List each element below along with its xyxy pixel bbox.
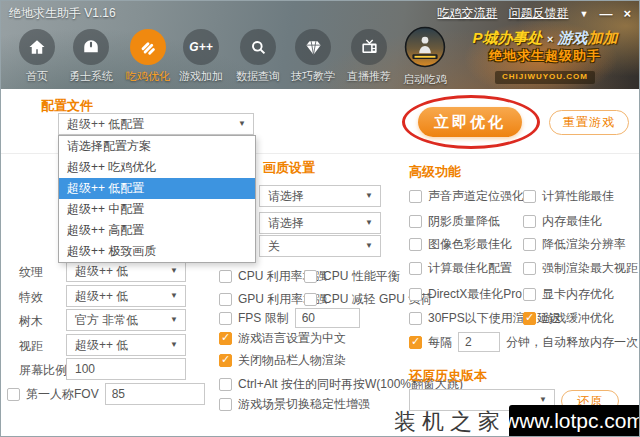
nav-item-warrior-system[interactable]: 勇士系统: [63, 29, 119, 84]
checkbox[interactable]: [409, 190, 422, 203]
checkbox[interactable]: [523, 215, 536, 228]
checkbox[interactable]: [409, 238, 422, 251]
main-content: 配置文件 超级++ 低配置 ▼ 画质设置 立即优化 重置游戏 纹理 超级++ 低…: [1, 89, 639, 436]
minimize-button[interactable]: —: [599, 6, 612, 21]
banner: 绝地求生助手 V1.16 吃鸡交流群 问题反馈群 ▼ — × 首页 勇士系统 吃…: [1, 1, 639, 89]
adv-shadow-quality-lower[interactable]: 阴影质量降低: [409, 213, 500, 230]
checkbox-label: 声音声道定位强化: [428, 188, 524, 205]
checkbox[interactable]: [219, 270, 232, 283]
nav-item-home[interactable]: 首页: [9, 29, 65, 84]
option-scene-switch-stability[interactable]: 游戏场景切换稳定性增强: [219, 396, 370, 413]
option-game-language-chinese[interactable]: 游戏语言设置为中文: [219, 330, 346, 347]
fov-input[interactable]: [105, 383, 205, 405]
reset-game-button[interactable]: 重置游戏: [549, 110, 629, 135]
chevron-down-icon: ▼: [365, 236, 373, 256]
nav-item-tips-teaching[interactable]: 技巧教学: [285, 29, 341, 84]
watermark-site-name: 装机之家: [394, 407, 506, 437]
middle-select-2[interactable]: 请选择 ▼: [259, 212, 381, 234]
adv-lower-render-resolution[interactable]: 降低渲染分辨率: [523, 236, 626, 253]
watermark-site-url: www.lotpc.com: [509, 405, 639, 436]
advanced-section-title: 高级功能: [409, 163, 461, 181]
fov-checkbox[interactable]: [7, 388, 20, 401]
dropdown-option[interactable]: 超级++ 中配置: [59, 199, 255, 220]
checkbox[interactable]: [409, 288, 422, 301]
checkbox[interactable]: [409, 262, 422, 275]
close-button[interactable]: ×: [623, 6, 631, 21]
middle-select-3-value: 关: [268, 239, 280, 253]
checkbox[interactable]: [219, 293, 232, 306]
adv-compute-performance[interactable]: 计算性能最佳: [523, 188, 614, 205]
option-cpu-performance-balance[interactable]: CPU 性能平衡: [304, 268, 400, 285]
adv-vram-optimize[interactable]: 显卡内存优化: [523, 286, 614, 303]
middle-select-3[interactable]: 关 ▼: [259, 235, 381, 257]
option-disable-inventory-render[interactable]: 关闭物品栏人物渲染: [219, 352, 346, 369]
tv-icon: [351, 29, 387, 65]
dropdown-option[interactable]: 请选择配置方案: [59, 136, 255, 157]
qq-group-link[interactable]: 吃鸡交流群: [437, 5, 497, 22]
fov-row[interactable]: 第一人称FOV: [7, 383, 205, 405]
checkbox-label: DirectX最佳化Pro: [428, 286, 522, 303]
checkbox[interactable]: [523, 238, 536, 251]
titlebar-caret-icon[interactable]: ▼: [579, 9, 588, 19]
checkbox[interactable]: [219, 354, 232, 367]
checkbox-label: 内存最佳化: [542, 213, 602, 230]
helmet-icon: [73, 29, 109, 65]
checkbox[interactable]: [219, 312, 232, 325]
checkbox[interactable]: [219, 332, 232, 345]
checkbox[interactable]: [304, 293, 317, 306]
adv-auto-free-memory[interactable]: 每隔 分钟，自动释放内存一次: [409, 332, 638, 352]
checkbox[interactable]: [523, 312, 536, 325]
option-fps-limit[interactable]: FPS 限制: [219, 308, 360, 328]
profile-select[interactable]: 超级++ 低配置 ▼: [58, 113, 254, 135]
app-window: 绝地求生助手 V1.16 吃鸡交流群 问题反馈群 ▼ — × 首页 勇士系统 吃…: [0, 0, 640, 437]
adv-directx-pro[interactable]: DirectX最佳化Pro: [409, 286, 522, 303]
dropdown-option[interactable]: 超级++ 低配置: [59, 178, 255, 199]
gpp-icon: G++: [183, 29, 219, 65]
checkbox[interactable]: [409, 336, 422, 349]
nav-label: 首页: [9, 69, 65, 84]
trees-select[interactable]: 官方 非常低 ▼: [66, 309, 186, 331]
fps-limit-input[interactable]: [295, 308, 360, 328]
checkbox-label: 强制渲染最大视距: [542, 260, 638, 277]
restore-section-title: 还原历史版本: [409, 367, 487, 385]
dropdown-option[interactable]: 超级++ 吃鸡优化: [59, 157, 255, 178]
adv-game-buffer-optimize[interactable]: 游戏缓冲优化: [523, 310, 614, 327]
adv-memory-optimize[interactable]: 内存最佳化: [523, 213, 602, 230]
adv-force-max-view-distance[interactable]: 强制渲染最大视距: [523, 260, 638, 277]
screen-scale-input[interactable]: [66, 358, 186, 380]
dropdown-option[interactable]: 超级++ 极致画质: [59, 241, 255, 262]
texture-select[interactable]: 超级++ 低 ▼: [66, 260, 186, 282]
nav-item-chicken-optimize[interactable]: 吃鸡优化: [120, 29, 176, 84]
checkbox[interactable]: [409, 312, 422, 325]
checkbox[interactable]: [523, 262, 536, 275]
nav-item-data-query[interactable]: 数据查询: [230, 29, 286, 84]
nav-label: 勇士系统: [63, 69, 119, 84]
checkbox[interactable]: [409, 215, 422, 228]
branding-partner: P城办事处: [473, 29, 543, 46]
adv-sound-positioning[interactable]: 声音声道定位强化: [409, 188, 524, 205]
chevron-down-icon: ▼: [365, 186, 373, 206]
nav-item-live-recommend[interactable]: 直播推荐: [341, 29, 397, 84]
branding-url: CHIJIWUYOU.COM: [495, 71, 595, 83]
adv-image-color-optimize[interactable]: 图像色彩最佳化: [409, 236, 512, 253]
nav-item-launch-game[interactable]: 启动吃鸡: [397, 29, 453, 87]
checkbox[interactable]: [523, 190, 536, 203]
adv-compute-config[interactable]: 计算最佳化配置: [409, 260, 512, 277]
optimize-now-button[interactable]: 立即优化: [418, 107, 522, 137]
profile-dropdown-list: 请选择配置方案 超级++ 吃鸡优化 超级++ 低配置 超级++ 中配置 超级++…: [58, 135, 256, 263]
dropdown-option[interactable]: 超级++ 高配置: [59, 220, 255, 241]
nav-item-gamepp[interactable]: G++ 游戏加加: [173, 29, 229, 84]
quality-section-title: 画质设置: [263, 159, 315, 177]
checkbox[interactable]: [304, 270, 317, 283]
nav-label: 数据查询: [230, 69, 286, 84]
nav-label: 吃鸡优化: [120, 69, 176, 84]
middle-select-1[interactable]: 请选择 ▼: [259, 185, 381, 207]
effects-select[interactable]: 超级++ 低 ▼: [66, 285, 186, 307]
checkbox[interactable]: [219, 378, 232, 391]
checkbox[interactable]: [523, 288, 536, 301]
feedback-link[interactable]: 问题反馈群: [508, 5, 568, 22]
view-distance-select[interactable]: 超级++ 低 ▼: [66, 334, 186, 356]
interval-minutes-input[interactable]: [458, 332, 500, 352]
branding-line1: P城办事处 × 游戏加加: [456, 28, 634, 48]
checkbox[interactable]: [219, 398, 232, 411]
